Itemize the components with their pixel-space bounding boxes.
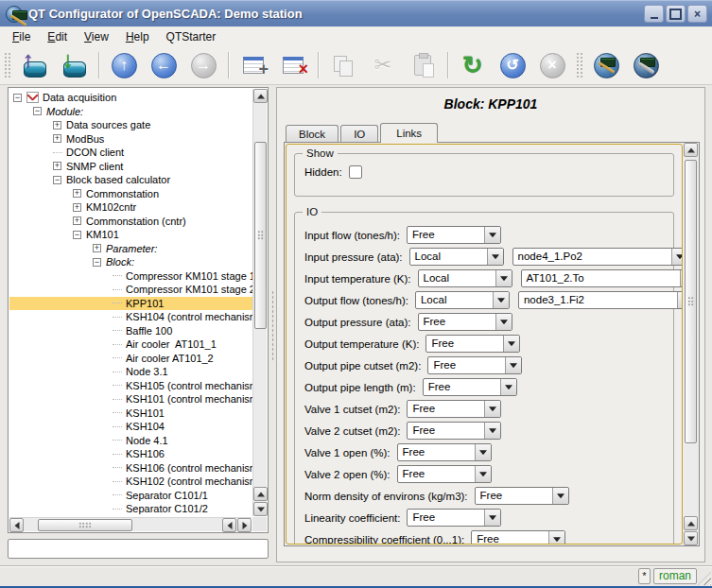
- chevron-down-icon[interactable]: [475, 466, 491, 482]
- tree-item[interactable]: Air cooler AT101_1: [9, 337, 252, 352]
- tree-item[interactable]: +Parameter:: [9, 242, 252, 256]
- tree-item[interactable]: +KM102cntr: [9, 200, 252, 215]
- expand-icon[interactable]: +: [53, 162, 61, 170]
- link-type-select[interactable]: Free: [423, 378, 517, 396]
- link-type-select[interactable]: Free: [397, 465, 492, 483]
- tree-item[interactable]: +Commonstation (cntr): [9, 215, 252, 229]
- tree-item[interactable]: +SNMP client: [9, 160, 252, 174]
- chevron-down-icon[interactable]: [484, 227, 500, 243]
- link-type-select[interactable]: Free: [407, 422, 501, 440]
- scroll-thumb[interactable]: [38, 519, 132, 531]
- chevron-down-icon[interactable]: [548, 531, 564, 545]
- chevron-down-icon[interactable]: [671, 249, 683, 265]
- tree-horizontal-scrollbar[interactable]: [9, 517, 252, 531]
- tree-item[interactable]: Node 3.1: [9, 365, 252, 379]
- tree-item[interactable]: Compressor KM101 stage 2: [9, 283, 252, 297]
- chevron-down-icon[interactable]: [677, 292, 683, 308]
- link-type-select[interactable]: Free: [407, 509, 501, 527]
- scroll-right-button[interactable]: [237, 518, 252, 532]
- collapse-icon[interactable]: −: [33, 107, 42, 115]
- up-level-button[interactable]: ↑: [107, 48, 141, 82]
- scroll-left-button[interactable]: [222, 518, 236, 532]
- expand-icon[interactable]: +: [93, 244, 101, 252]
- link-target-select[interactable]: node4_1.Po2: [512, 248, 683, 266]
- scroll-down-button[interactable]: [684, 531, 698, 545]
- tree-item[interactable]: −Block:: [9, 255, 252, 269]
- tab-links[interactable]: Links: [380, 123, 438, 143]
- toolbar-handle[interactable]: [3, 51, 11, 79]
- chevron-down-icon[interactable]: [500, 379, 516, 395]
- link-type-select[interactable]: Free: [418, 313, 512, 331]
- add-item-button[interactable]: +: [236, 48, 270, 82]
- chevron-down-icon[interactable]: [505, 357, 521, 373]
- expand-icon[interactable]: +: [73, 203, 81, 212]
- tree-filter-input[interactable]: [8, 539, 269, 559]
- stop-update-button[interactable]: ×: [535, 48, 569, 82]
- chevron-down-icon[interactable]: [495, 270, 512, 286]
- expand-icon[interactable]: +: [73, 189, 81, 198]
- chevron-down-icon[interactable]: [680, 270, 684, 286]
- expand-icon[interactable]: +: [53, 134, 61, 143]
- menu-item-qtstarter[interactable]: QTStarter: [158, 28, 225, 45]
- tree-item[interactable]: KSH104 (control mechanism): [9, 310, 252, 324]
- tree-vertical-scrollbar[interactable]: [252, 89, 267, 516]
- tree-item[interactable]: KSH102 (control mechanism): [9, 475, 252, 489]
- tree-item[interactable]: +ModBus: [9, 132, 252, 147]
- expand-icon[interactable]: +: [53, 121, 61, 130]
- chevron-down-icon[interactable]: [484, 423, 500, 439]
- collapse-icon[interactable]: −: [13, 94, 22, 102]
- link-type-select[interactable]: Free: [397, 443, 492, 461]
- link-type-select[interactable]: Free: [427, 356, 522, 374]
- scroll-thumb[interactable]: [254, 142, 267, 329]
- chevron-down-icon[interactable]: [487, 249, 503, 265]
- link-type-select[interactable]: Free: [407, 226, 501, 244]
- collapse-icon[interactable]: −: [73, 231, 81, 239]
- title-bar[interactable]: QT Configurator of OpenSCADA: Demo stati…: [0, 0, 712, 26]
- menu-item-view[interactable]: View: [76, 28, 117, 45]
- chevron-down-icon[interactable]: [484, 510, 500, 526]
- scroll-up-button[interactable]: [684, 143, 698, 157]
- config-vertical-scrollbar[interactable]: [684, 143, 699, 545]
- tree-item[interactable]: −KM101: [9, 228, 252, 242]
- delete-item-button[interactable]: ×: [276, 48, 310, 82]
- qtcfg-app-button[interactable]: [589, 48, 623, 82]
- scroll-up-button[interactable]: [253, 487, 268, 501]
- link-type-select[interactable]: Local: [418, 269, 512, 287]
- scroll-down-button[interactable]: [253, 502, 268, 516]
- scroll-up-button[interactable]: [684, 516, 698, 530]
- tree-item[interactable]: Separator C101/1: [9, 489, 252, 503]
- maximize-button[interactable]: [666, 5, 686, 23]
- link-type-select[interactable]: Local: [415, 291, 510, 309]
- chevron-down-icon[interactable]: [503, 336, 519, 352]
- previous-page-button[interactable]: ←: [147, 48, 181, 82]
- tree-item[interactable]: Node 4.1: [9, 434, 252, 448]
- collapse-icon[interactable]: −: [93, 258, 101, 267]
- panel-splitter[interactable]: [269, 87, 275, 562]
- menu-item-file[interactable]: File: [4, 28, 39, 45]
- tree-item[interactable]: Compressor KM101 stage 1: [9, 269, 252, 284]
- hidden-checkbox[interactable]: [349, 165, 362, 179]
- collapse-icon[interactable]: −: [53, 176, 61, 184]
- tab-block[interactable]: Block: [286, 125, 339, 143]
- link-target-select[interactable]: node3_1.Fi2: [518, 291, 683, 309]
- link-type-select[interactable]: Local: [409, 248, 504, 266]
- load-from-db-button[interactable]: ↑: [17, 48, 51, 82]
- tree-item[interactable]: KSH101 (control mechanism): [9, 392, 252, 406]
- link-type-select[interactable]: Free: [475, 487, 569, 505]
- tree-item[interactable]: KSH106 (control mechanism): [9, 461, 252, 476]
- toolbar-handle[interactable]: [575, 51, 583, 79]
- tree-item[interactable]: Separator C101/2: [9, 502, 252, 516]
- vision-app-button[interactable]: [629, 48, 663, 82]
- tree-item[interactable]: KSH104: [9, 420, 252, 434]
- link-target-select[interactable]: AT101_2.To: [521, 269, 684, 287]
- chevron-down-icon[interactable]: [495, 314, 512, 330]
- scroll-up-button[interactable]: [253, 89, 268, 103]
- link-type-select[interactable]: Free: [471, 530, 565, 545]
- tree-item[interactable]: DCON client: [9, 146, 252, 160]
- tree-item-selected[interactable]: KPP101: [9, 297, 252, 311]
- menu-item-help[interactable]: Help: [117, 28, 158, 45]
- expand-icon[interactable]: +: [73, 216, 81, 225]
- scroll-thumb[interactable]: [685, 160, 697, 443]
- user-badge[interactable]: roman: [653, 568, 697, 584]
- tree-item[interactable]: −Block based calculator: [9, 173, 252, 187]
